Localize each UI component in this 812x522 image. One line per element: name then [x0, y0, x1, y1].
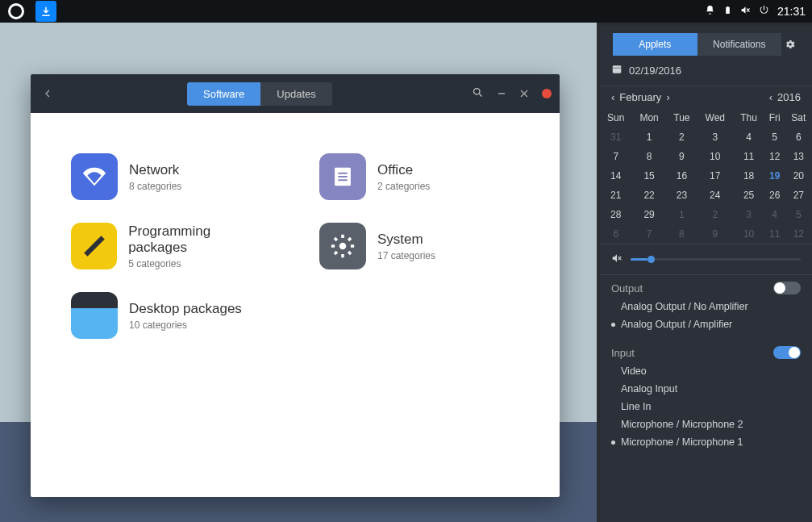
calendar-day[interactable]: 4: [764, 205, 785, 224]
year-label: 2016: [777, 91, 801, 103]
volume-slider[interactable]: [631, 258, 801, 261]
svg-point-2: [339, 243, 347, 250]
category-office[interactable]: Office2 categories: [319, 153, 519, 200]
calendar-dow: Tue: [667, 108, 697, 127]
volume-mute-icon[interactable]: [611, 253, 623, 266]
back-button[interactable]: [39, 85, 56, 102]
calendar-day[interactable]: 5: [785, 205, 812, 224]
current-date: 02/19/2016: [629, 65, 681, 77]
audio-option[interactable]: Analog Output / Amplifier: [621, 315, 812, 333]
year-prev[interactable]: ‹: [769, 91, 772, 103]
calendar-day[interactable]: 18: [733, 166, 764, 186]
category-sub: 10 categories: [129, 319, 242, 331]
output-toggle[interactable]: [773, 282, 801, 294]
window-minimize[interactable]: [497, 89, 506, 98]
calendar-day[interactable]: 9: [667, 147, 697, 166]
category-desktop[interactable]: Desktop packages10 categories: [71, 292, 297, 339]
calendar-day[interactable]: 12: [764, 147, 785, 166]
settings-gear-icon[interactable]: [781, 33, 799, 56]
audio-option[interactable]: Video: [621, 362, 812, 380]
battery-icon[interactable]: [723, 5, 732, 18]
calendar-day[interactable]: 7: [632, 224, 667, 244]
calendar-day[interactable]: 10: [697, 147, 733, 166]
calendar-day[interactable]: 24: [697, 186, 733, 205]
calendar-day[interactable]: 9: [697, 224, 733, 244]
category-label: Network: [129, 162, 181, 178]
calendar-day[interactable]: 29: [632, 205, 667, 224]
calendar-day[interactable]: 3: [733, 205, 764, 224]
audio-option[interactable]: Analog Input: [621, 380, 812, 398]
audio-option[interactable]: Analog Output / No Amplifier: [621, 298, 812, 315]
input-list: VideoAnalog InputLine InMicrophone / Mic…: [600, 359, 812, 457]
notifications-icon[interactable]: [705, 5, 715, 18]
calendar-day[interactable]: 8: [632, 147, 667, 166]
calendar-day[interactable]: 1: [632, 127, 667, 147]
calendar-day[interactable]: 2: [667, 127, 697, 147]
calendar-day[interactable]: 6: [785, 127, 812, 147]
calendar-day[interactable]: 4: [733, 127, 764, 147]
calendar-day[interactable]: 19: [764, 166, 785, 186]
audio-option[interactable]: Line In: [621, 398, 812, 416]
calendar-day[interactable]: 28: [600, 205, 632, 224]
calendar-day[interactable]: 6: [600, 224, 632, 244]
calendar-day[interactable]: 10: [733, 224, 764, 244]
category-sub: 8 categories: [129, 181, 181, 192]
category-programming[interactable]: Programming packages5 categories: [71, 223, 271, 269]
taskbar-download-button[interactable]: [35, 1, 56, 22]
calendar-day[interactable]: 3: [697, 127, 733, 147]
calendar-day[interactable]: 5: [764, 127, 785, 147]
calendar-dow: Wed: [697, 108, 733, 127]
calendar-dow: Mon: [632, 108, 667, 127]
calendar-day[interactable]: 26: [764, 186, 785, 205]
calendar-day[interactable]: 8: [667, 224, 697, 244]
calendar-day[interactable]: 20: [785, 166, 812, 186]
calendar-day[interactable]: 14: [600, 166, 632, 186]
calendar-day[interactable]: 15: [632, 166, 667, 186]
tab-applets[interactable]: Applets: [613, 33, 697, 56]
calendar-day[interactable]: 21: [600, 186, 632, 205]
output-label: Output: [611, 282, 643, 294]
calendar-day[interactable]: 1: [667, 205, 697, 224]
tab-updates[interactable]: Updates: [260, 82, 331, 106]
category-network[interactable]: Network8 categories: [71, 153, 271, 200]
input-label: Input: [611, 347, 635, 359]
calendar-day[interactable]: 2: [697, 205, 733, 224]
audio-option[interactable]: Microphone / Microphone 1: [621, 433, 812, 451]
tab-software[interactable]: Software: [187, 82, 260, 106]
calendar-day[interactable]: 11: [733, 147, 764, 166]
category-label: Desktop packages: [129, 301, 242, 317]
audio-option[interactable]: Microphone / Microphone 2: [621, 416, 812, 433]
window-maximize[interactable]: [519, 89, 529, 98]
calendar-day[interactable]: 12: [785, 224, 812, 244]
month-next[interactable]: ›: [666, 91, 669, 103]
power-icon[interactable]: [759, 5, 769, 18]
month-label: February: [619, 91, 661, 103]
calendar-icon: [611, 64, 623, 77]
calendar-grid: SunMonTueWedThuFriSat 311234567891011121…: [600, 108, 812, 244]
calendar-day[interactable]: 31: [600, 127, 632, 147]
calendar-day[interactable]: 11: [764, 224, 785, 244]
calendar-day[interactable]: 17: [697, 166, 733, 186]
calendar-day[interactable]: 22: [632, 186, 667, 205]
calendar-dow: Thu: [733, 108, 764, 127]
window-close[interactable]: [542, 89, 552, 98]
category-label: Office: [377, 162, 430, 178]
window-titlebar[interactable]: Software Updates: [31, 74, 560, 113]
panel-sidebar: Applets Notifications 02/19/2016 ‹ Febru…: [600, 27, 812, 522]
category-sub: 5 categories: [128, 258, 271, 269]
volume-mute-icon[interactable]: [740, 5, 751, 18]
calendar-day[interactable]: 23: [667, 186, 697, 205]
calendar-day[interactable]: 13: [785, 147, 812, 166]
clock-time[interactable]: 21:31: [777, 5, 806, 18]
tab-notifications[interactable]: Notifications: [697, 33, 782, 56]
search-button[interactable]: [472, 86, 484, 102]
input-toggle[interactable]: [773, 346, 801, 359]
calendar-day[interactable]: 16: [667, 166, 697, 186]
category-system[interactable]: System17 categories: [319, 223, 519, 269]
start-menu-button[interactable]: [8, 3, 24, 19]
calendar-day[interactable]: 25: [733, 186, 764, 205]
category-label: Programming packages: [128, 223, 271, 256]
calendar-day[interactable]: 7: [600, 147, 632, 166]
month-prev[interactable]: ‹: [611, 91, 614, 103]
calendar-day[interactable]: 27: [785, 186, 812, 205]
